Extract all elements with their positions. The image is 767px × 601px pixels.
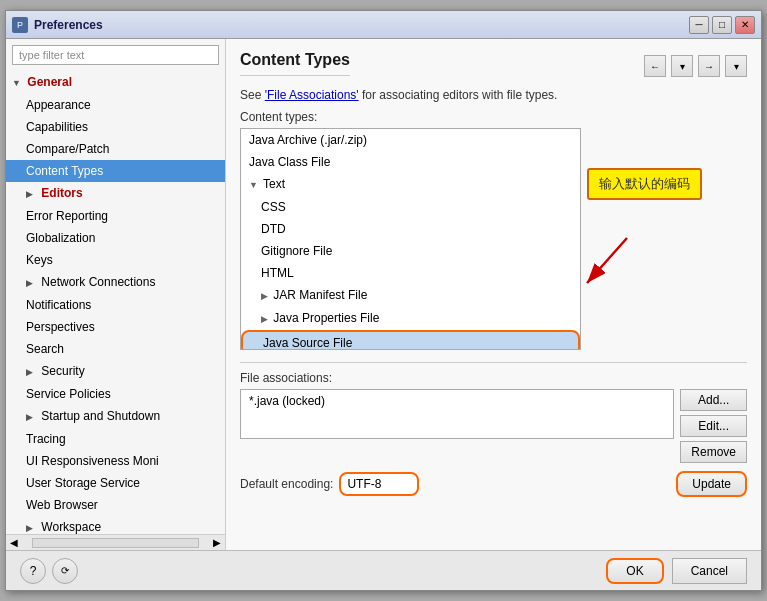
error-reporting-label: Error Reporting — [26, 209, 108, 223]
globalization-label: Globalization — [26, 231, 95, 245]
list-item-java-source[interactable]: Java Source File — [241, 330, 580, 350]
maximize-button[interactable]: □ — [712, 16, 732, 34]
tree-item-globalization[interactable]: Globalization — [6, 227, 225, 249]
back-button[interactable]: ← — [644, 55, 666, 77]
compare-patch-label: Compare/Patch — [26, 142, 109, 156]
tree-item-tracing[interactable]: Tracing — [6, 428, 225, 450]
scroll-track[interactable] — [32, 538, 199, 548]
tree-item-web-browser[interactable]: Web Browser — [6, 494, 225, 516]
file-assoc-label: File associations: — [240, 371, 747, 385]
ok-button[interactable]: OK — [606, 558, 663, 584]
tree-item-security[interactable]: ▶ Security — [6, 360, 225, 383]
title-bar: P Preferences ─ □ ✕ — [6, 11, 761, 39]
window-title: Preferences — [34, 18, 689, 32]
scroll-left-btn[interactable]: ◀ — [6, 537, 18, 548]
tree-item-compare-patch[interactable]: Compare/Patch — [6, 138, 225, 160]
content-area: ▼ General Appearance Capabilities Compar… — [6, 39, 761, 550]
annotation-box: 输入默认的编码 — [587, 168, 702, 200]
remove-button[interactable]: Remove — [680, 441, 747, 463]
dialog-footer: ? ⟳ OK Cancel — [6, 550, 761, 590]
tree-item-workspace[interactable]: ▶ Workspace — [6, 516, 225, 534]
svg-line-1 — [587, 238, 627, 283]
tree-item-startup-shutdown[interactable]: ▶ Startup and Shutdown — [6, 405, 225, 428]
encoding-label: Default encoding: — [240, 477, 333, 491]
list-item-java-props[interactable]: ▶ Java Properties File — [241, 307, 580, 330]
content-types-label: Content Types — [26, 164, 103, 178]
file-assoc-item-java[interactable]: *.java (locked) — [241, 390, 673, 412]
tree-item-general[interactable]: ▼ General — [6, 71, 225, 94]
tree-item-keys[interactable]: Keys — [6, 249, 225, 271]
window-icon: P — [12, 17, 28, 33]
tree-area: ▼ General Appearance Capabilities Compar… — [6, 71, 225, 534]
tree-item-capabilities[interactable]: Capabilities — [6, 116, 225, 138]
expand-jar-icon: ▶ — [261, 287, 268, 305]
tree-item-service-policies[interactable]: Service Policies — [6, 383, 225, 405]
encoding-input[interactable] — [339, 472, 419, 496]
list-item-text[interactable]: ▼ Text — [241, 173, 580, 196]
list-item-jar-manifest[interactable]: ▶ JAR Manifest File — [241, 284, 580, 307]
ui-responsiveness-label: UI Responsiveness Moni — [26, 454, 159, 468]
edit-button[interactable]: Edit... — [680, 415, 747, 437]
tracing-label: Tracing — [26, 432, 66, 446]
file-assoc-area: *.java (locked) Add... Edit... Remove — [240, 389, 747, 463]
right-panel: Content Types ← ▾ → ▾ See 'File Associat… — [226, 39, 761, 550]
tree-item-search[interactable]: Search — [6, 338, 225, 360]
footer-right: OK Cancel — [606, 558, 747, 584]
cancel-button[interactable]: Cancel — [672, 558, 747, 584]
preferences-window: P Preferences ─ □ ✕ ▼ General Appearance… — [5, 10, 762, 591]
expand-editors-icon: ▶ — [26, 185, 38, 203]
description: See 'File Associations' for associating … — [240, 88, 747, 102]
security-label: Security — [41, 364, 84, 378]
perspectives-label: Perspectives — [26, 320, 95, 334]
left-panel: ▼ General Appearance Capabilities Compar… — [6, 39, 226, 550]
restore-defaults-button[interactable]: ⟳ — [52, 558, 78, 584]
tree-item-editors[interactable]: ▶ Editors — [6, 182, 225, 205]
add-button[interactable]: Add... — [680, 389, 747, 411]
encoding-row: Default encoding: Update — [240, 471, 747, 497]
startup-shutdown-label: Startup and Shutdown — [41, 409, 160, 423]
expand-workspace-icon: ▶ — [26, 519, 38, 534]
content-types-list[interactable]: Java Archive (.jar/.zip) Java Class File… — [240, 128, 581, 350]
content-types-section-label: Content types: — [240, 110, 747, 124]
nav-extra-button[interactable]: ▾ — [725, 55, 747, 77]
keys-label: Keys — [26, 253, 53, 267]
tree-item-perspectives[interactable]: Perspectives — [6, 316, 225, 338]
tree-item-ui-responsiveness[interactable]: UI Responsiveness Moni — [6, 450, 225, 472]
file-associations-link[interactable]: 'File Associations' — [265, 88, 359, 102]
list-item-class[interactable]: Java Class File — [241, 151, 580, 173]
tree-item-error-reporting[interactable]: Error Reporting — [6, 205, 225, 227]
update-button[interactable]: Update — [676, 471, 747, 497]
tree-item-appearance[interactable]: Appearance — [6, 94, 225, 116]
expand-startup-icon: ▶ — [26, 408, 38, 426]
scroll-right-btn[interactable]: ▶ — [213, 537, 225, 548]
forward-button[interactable]: → — [698, 55, 720, 77]
expand-props-icon: ▶ — [261, 310, 268, 328]
nav-menu-button[interactable]: ▾ — [671, 55, 693, 77]
tree-item-content-types[interactable]: Content Types — [6, 160, 225, 182]
side-buttons: Add... Edit... Remove — [680, 389, 747, 463]
footer-left: ? ⟳ — [20, 558, 78, 584]
annotation-arrow — [567, 228, 667, 308]
file-assoc-list[interactable]: *.java (locked) — [240, 389, 674, 439]
list-item-jar[interactable]: Java Archive (.jar/.zip) — [241, 129, 580, 151]
filter-input[interactable] — [12, 45, 219, 65]
expand-text-icon: ▼ — [249, 176, 258, 194]
list-item-gitignore[interactable]: Gitignore File — [241, 240, 580, 262]
close-button[interactable]: ✕ — [735, 16, 755, 34]
horizontal-scrollbar[interactable]: ◀ ▶ — [6, 534, 225, 550]
tree-item-network-connections[interactable]: ▶ Network Connections — [6, 271, 225, 294]
tree-item-user-storage[interactable]: User Storage Service — [6, 472, 225, 494]
tree-item-notifications[interactable]: Notifications — [6, 294, 225, 316]
minimize-button[interactable]: ─ — [689, 16, 709, 34]
service-policies-label: Service Policies — [26, 387, 111, 401]
user-storage-label: User Storage Service — [26, 476, 140, 490]
help-button[interactable]: ? — [20, 558, 46, 584]
capabilities-label: Capabilities — [26, 120, 88, 134]
list-item-css[interactable]: CSS — [241, 196, 580, 218]
list-item-dtd[interactable]: DTD — [241, 218, 580, 240]
expand-network-icon: ▶ — [26, 274, 38, 292]
bottom-section: File associations: *.java (locked) Add..… — [240, 362, 747, 497]
workspace-label: Workspace — [41, 520, 101, 534]
search-label: Search — [26, 342, 64, 356]
list-item-html[interactable]: HTML — [241, 262, 580, 284]
